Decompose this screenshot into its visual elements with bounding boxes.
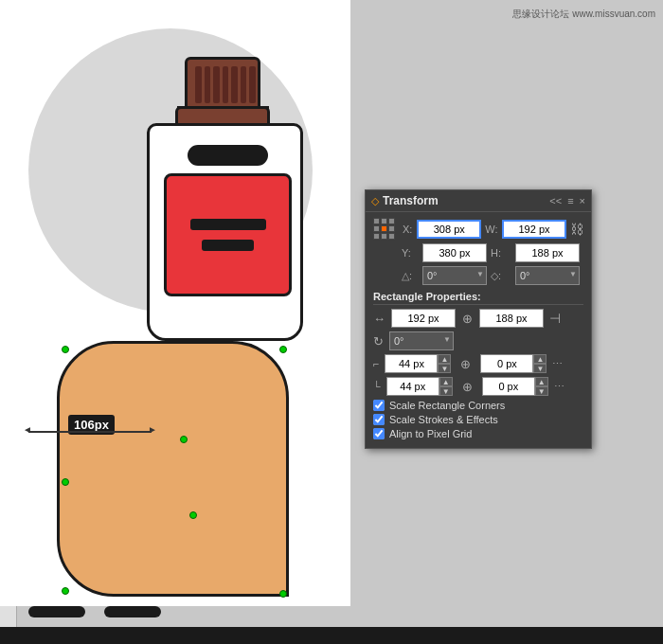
corner3-spinner: ▲ ▼ [439, 377, 453, 396]
panel-controls: << ≡ × [549, 195, 585, 206]
x-input[interactable] [417, 220, 481, 239]
w-label: W: [485, 224, 498, 235]
wh-link-icon[interactable]: ⛓ [570, 223, 583, 236]
corner2-input[interactable] [480, 354, 533, 373]
corners2-link-icon[interactable]: ⊕ [462, 380, 473, 394]
cap-ridge [223, 66, 229, 103]
h-input[interactable] [515, 243, 580, 262]
shear-label: ◇: [491, 270, 511, 282]
panel-collapse-btn[interactable]: << [549, 195, 562, 206]
corner1-down[interactable]: ▼ [438, 364, 451, 373]
corner-bl-icon: └ [373, 381, 381, 392]
scale-corners-label: Scale Rectangle Corners [389, 400, 505, 411]
cap-ridges [192, 63, 259, 106]
cap-ridge [249, 66, 256, 103]
rotate-icon: ↻ [373, 334, 384, 349]
anchor-mr[interactable] [388, 225, 395, 232]
corner-options-icon[interactable]: ⋯ [552, 358, 563, 370]
anchor-point [189, 511, 197, 519]
align-grid-checkbox[interactable] [373, 428, 385, 439]
anchor-ml[interactable] [373, 225, 380, 232]
corner-tl-icon: ⌐ [373, 358, 379, 369]
angle-select-wrap: 0° 90° 180° 270° ▼ [422, 266, 487, 285]
anchor-bl[interactable] [373, 233, 380, 240]
corner1-spinner: ▲ ▼ [438, 354, 451, 373]
corner3-down[interactable]: ▼ [439, 386, 453, 396]
label-line [190, 219, 266, 230]
cap-ridge [205, 66, 211, 103]
wh-icon: ↔ [373, 312, 385, 326]
corner4-input[interactable] [482, 377, 535, 396]
transform-panel: ◇ Transform << ≡ × X: [365, 189, 592, 449]
bottom-bar [0, 627, 663, 644]
align-grid-row: Align to Pixel Grid [373, 428, 583, 439]
corner2-spinner-wrap: ▲ ▼ [480, 354, 547, 373]
orange-rectangle[interactable] [57, 341, 289, 597]
scale-corners-row: Scale Rectangle Corners [373, 400, 583, 411]
bottle-handle [188, 145, 268, 166]
cap-ridge [213, 66, 220, 103]
rp-rotate-wrap: 0° ▼ [389, 331, 454, 350]
corner4-down[interactable]: ▼ [535, 386, 548, 396]
anchor-point [62, 346, 69, 353]
anchor-tr[interactable] [388, 218, 395, 224]
anchor-point [180, 436, 188, 443]
bottle-body [147, 123, 303, 341]
corners-link-icon[interactable]: ⊕ [460, 357, 471, 371]
rp-constrain-icon[interactable]: ⊣ [549, 311, 561, 326]
anchor-tl[interactable] [373, 218, 380, 224]
bottom-dash-2 [104, 606, 161, 617]
panel-menu-btn[interactable]: ≡ [567, 195, 573, 206]
panel-close-btn[interactable]: × [580, 195, 585, 206]
shear-select[interactable]: 0° [515, 266, 580, 285]
y-input[interactable] [422, 243, 487, 262]
corner2-up[interactable]: ▲ [533, 354, 547, 364]
rp-wh-row: ↔ ⊕ ⊣ [373, 309, 583, 328]
yh-row: Y: H: [373, 243, 583, 262]
corner1-input[interactable] [385, 354, 438, 373]
anchor-br[interactable] [388, 233, 395, 240]
corner3-spinner-wrap: ▲ ▼ [386, 377, 453, 396]
shear-select-wrap: 0° ▼ [515, 266, 580, 285]
anchor-bm[interactable] [381, 233, 387, 240]
rp-link-icon[interactable]: ⊕ [462, 312, 473, 326]
panel-titlebar: ◇ Transform << ≡ × [366, 190, 591, 212]
corner3-up[interactable]: ▲ [439, 377, 453, 386]
angle-select[interactable]: 0° 90° 180° 270° [422, 266, 487, 285]
anchor-point [62, 478, 69, 486]
h-label: H: [491, 247, 511, 259]
label-line-short [202, 240, 254, 251]
measure-arrow [28, 431, 152, 433]
anchor-tm[interactable] [381, 218, 387, 224]
rp-w-input[interactable] [391, 309, 456, 328]
anchor-mm[interactable] [381, 225, 387, 232]
bottle-cap [175, 57, 270, 133]
y-label: Y: [402, 247, 419, 259]
rp-rotate-select[interactable]: 0° [389, 331, 454, 350]
scale-strokes-row: Scale Strokes & Effects [373, 414, 583, 425]
scale-corners-checkbox[interactable] [373, 400, 385, 411]
corner4-up[interactable]: ▲ [535, 377, 548, 386]
angle-shear-row: △: 0° 90° 180° 270° ▼ ◇: 0° ▼ [373, 266, 583, 285]
w-input[interactable] [502, 220, 566, 239]
rp-rotate-row: ↻ 0° ▼ [373, 331, 583, 350]
scale-strokes-label: Scale Strokes & Effects [389, 414, 498, 425]
cap-ridge [241, 66, 247, 103]
corner4-spinner: ▲ ▼ [535, 377, 548, 396]
corner1-up[interactable]: ▲ [438, 354, 451, 364]
cap-ridge [231, 66, 238, 103]
scale-strokes-checkbox[interactable] [373, 414, 385, 425]
anchor-point [62, 587, 69, 595]
cap-ridge [195, 66, 202, 103]
corner3-input[interactable] [386, 377, 439, 396]
corner2-spinner: ▲ ▼ [533, 354, 547, 373]
anchor-point [279, 590, 287, 598]
corner2-options-icon[interactable]: ⋯ [554, 381, 564, 393]
anchor-point [279, 346, 287, 353]
rp-h-input[interactable] [479, 309, 544, 328]
panel-icon: ◇ [371, 195, 379, 207]
corner2-down[interactable]: ▼ [533, 364, 547, 373]
angle-label: △: [402, 270, 419, 282]
transform-anchor[interactable] [373, 218, 395, 240]
panel-title: Transform [383, 194, 439, 207]
